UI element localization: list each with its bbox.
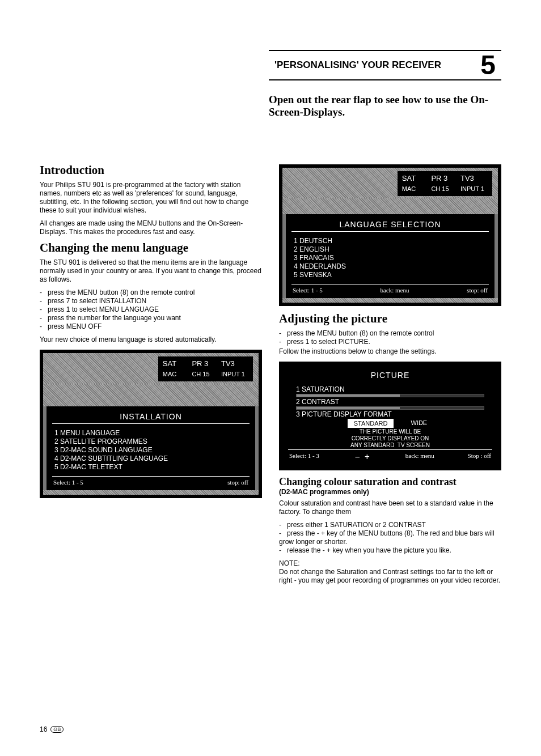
menu-item: 2 ENGLISH (294, 245, 487, 253)
status-ch: CH 15 (192, 370, 219, 379)
osd-back: back: menu (381, 287, 409, 294)
lang-steps: press the MENU button (8) on the remote … (40, 288, 262, 331)
status-ch: CH 15 (431, 185, 458, 193)
menu-item: 3 D2-MAC SOUND LANGUAGE (54, 446, 247, 454)
menu-item: 3 FRANCAIS (294, 254, 487, 262)
sat-steps: press either 1 SATURATION or 2 CONTRAST … (279, 521, 501, 555)
osd-select: Select: 1 - 3 (289, 452, 319, 462)
status-tv: TV3 (221, 359, 248, 369)
menu-item: 5 SVENSKA (294, 271, 487, 279)
heading-adjust-picture: Adjusting the picture (279, 312, 501, 326)
heading-saturation-contrast: Changing colour saturation and contrast (279, 476, 501, 488)
plus-icon: + (365, 452, 370, 462)
lang-p1: The STU 901 is delivered so that the men… (40, 258, 262, 284)
osd-picture: PICTURE 1 SATURATION 2 CONTRAST 3 PICTUR… (279, 362, 501, 470)
right-column: SAT PR 3 TV3 MAC CH 15 INPUT 1 LANGUAGE … (279, 159, 501, 589)
osd-title: INSTALLATION (52, 410, 250, 424)
adjust-steps: press the MENU button (8) on the remote … (279, 329, 501, 346)
status-tv: TV3 (460, 173, 488, 184)
menu-item-contrast: 2 CONTRAST (296, 398, 484, 406)
list-item: press either 1 SATURATION or 2 CONTRAST (279, 521, 501, 529)
status-input: INPUT 1 (460, 185, 488, 193)
status-mac: MAC (163, 370, 190, 379)
chapter-number: 5 (480, 54, 496, 76)
heading-menu-language: Changing the menu language (40, 241, 262, 255)
menu-item: 1 DEUTSCH (294, 237, 487, 245)
menu-item: 4 NEDERLANDS (294, 262, 487, 270)
list-item: press 1 to select PICTURE. (279, 338, 501, 346)
menu-item-format: 3 PICTURE DISPLAY FORMAT (296, 410, 484, 418)
status-pr: PR 3 (192, 359, 219, 369)
intro-p2: All changes are made using the MENU butt… (40, 219, 262, 236)
list-item: press the number for the language you wa… (40, 314, 262, 322)
menu-item: 5 D2-MAC TELETEXT (54, 463, 247, 471)
note-heading: NOTE: (279, 559, 501, 568)
chapter-title: 'PERSONALISING' YOUR RECEIVER (274, 60, 441, 71)
menu-item-saturation: 1 SATURATION (296, 385, 484, 393)
osd-status: SAT PR 3 TV3 MAC CH 15 INPUT 1 (158, 356, 253, 381)
left-column: Introduction Your Philips STU 901 is pre… (40, 159, 262, 589)
list-item: press MENU OFF (40, 322, 262, 331)
list-item: press the - + key of the MENU buttons (8… (279, 529, 501, 546)
intro-p1: Your Philips STU 901 is pre-programmed a… (40, 181, 262, 215)
osd-stop: stop: off (227, 479, 248, 486)
osd-installation: SAT PR 3 TV3 MAC CH 15 INPUT 1 INSTALLAT… (40, 350, 262, 498)
status-pr: PR 3 (431, 173, 458, 184)
status-sat: SAT (402, 173, 429, 184)
osd-language: SAT PR 3 TV3 MAC CH 15 INPUT 1 LANGUAGE … (279, 164, 501, 306)
heading-introduction: Introduction (40, 163, 262, 177)
menu-item: 2 SATELLITE PROGRAMMES (54, 438, 247, 445)
osd-stop: stop: off (467, 287, 488, 294)
list-item: press the MENU button (8) on the remote … (40, 288, 262, 297)
status-input: INPUT 1 (221, 370, 248, 379)
menu-item: 1 MENU LANGUAGE (54, 429, 247, 437)
page-footer: 16 GB (40, 725, 64, 733)
format-standard: STANDARD (348, 419, 394, 428)
d2mac-subtitle: (D2-MAC programmes only) (279, 488, 501, 496)
list-item: release the - + key when you have the pi… (279, 546, 501, 555)
chapter-header: 'PERSONALISING' YOUR RECEIVER 5 (269, 50, 501, 80)
format-description: THE PICTURE WILL BECORRECTLY DISPLAYED O… (296, 428, 484, 449)
osd-stop: Stop : off (468, 452, 491, 462)
minus-icon: − (355, 452, 360, 462)
flap-instruction: Open out the rear flap to see how to use… (269, 94, 501, 118)
osd-back: back: menu (405, 452, 434, 462)
osd-title: LANGUAGE SELECTION (291, 218, 489, 232)
adjust-follow: Follow the instructions below to change … (279, 347, 501, 356)
status-sat: SAT (163, 359, 190, 369)
osd-title: PICTURE (288, 368, 492, 382)
sat-intro: Colour saturation and contrast have been… (279, 499, 501, 516)
osd-select: Select: 1 - 5 (53, 479, 83, 486)
format-wide: WIDE (405, 419, 433, 428)
menu-item: 4 D2-MAC SUBTITLING LANGUAGE (54, 455, 247, 462)
region-badge: GB (50, 726, 64, 733)
contrast-slider (296, 406, 484, 410)
page-number: 16 (40, 725, 47, 733)
status-mac: MAC (402, 185, 429, 193)
saturation-slider (296, 394, 484, 397)
lang-p2: Your new choice of menu language is stor… (40, 335, 262, 344)
list-item: press 1 to select MENU LANGUAGE (40, 305, 262, 314)
list-item: press the MENU button (8) on the remote … (279, 329, 501, 338)
osd-status: SAT PR 3 TV3 MAC CH 15 INPUT 1 (398, 171, 492, 196)
note-text: Do not change the Saturation and Contras… (279, 568, 501, 585)
osd-select: Select: 1 - 5 (293, 287, 323, 294)
list-item: press 7 to select INSTALLATION (40, 297, 262, 305)
